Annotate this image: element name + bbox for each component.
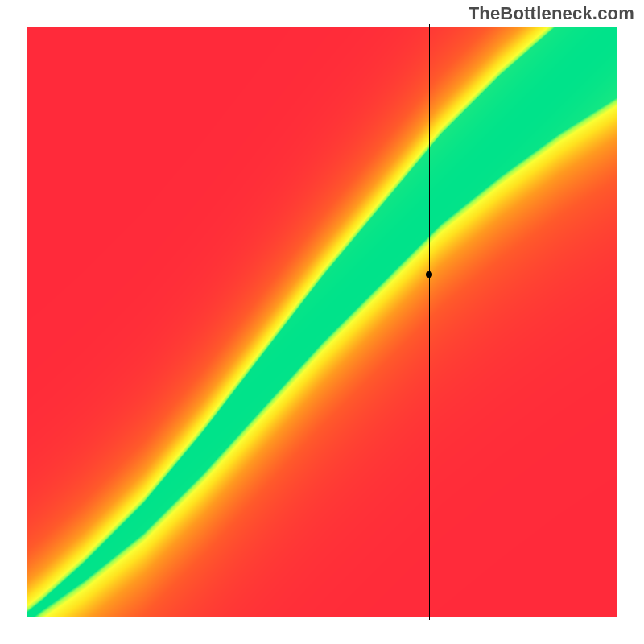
heatmap-chart: [24, 24, 620, 620]
heatmap-canvas: [24, 24, 620, 620]
watermark-label: TheBottleneck.com: [469, 3, 634, 24]
